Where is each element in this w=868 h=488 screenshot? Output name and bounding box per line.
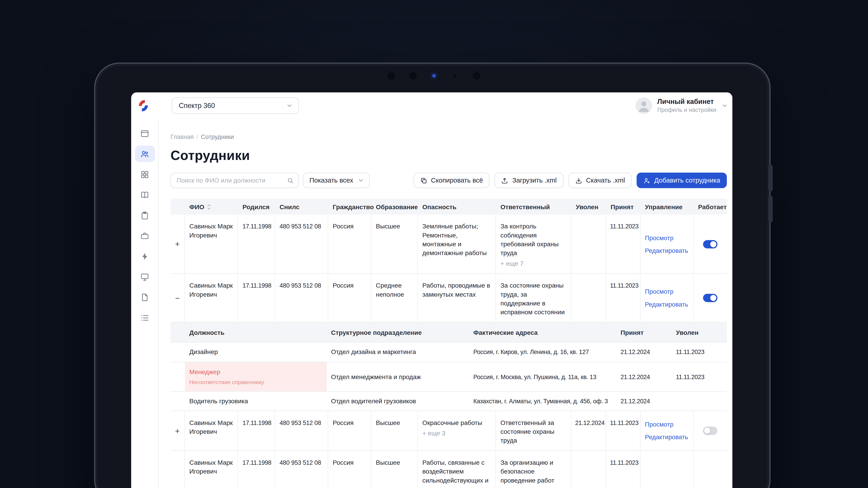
- search-input[interactable]: [177, 177, 287, 184]
- view-link[interactable]: Просмотр: [645, 420, 688, 429]
- column-header-fio[interactable]: ФИО: [185, 203, 238, 210]
- users-icon: [140, 149, 150, 159]
- danger-cell: Окрасочные работы + еще 3: [418, 411, 496, 451]
- edit-link[interactable]: Редактировать: [645, 300, 688, 308]
- sidebar-item-reports[interactable]: [135, 289, 155, 305]
- sidebar-item-training[interactable]: [135, 268, 155, 285]
- download-xml-button[interactable]: Скачать .xml: [568, 173, 631, 188]
- chevron-down-icon: [721, 102, 728, 109]
- sidebar-item-case[interactable]: [135, 228, 155, 244]
- spektr-logo-icon: [136, 98, 151, 113]
- add-employee-button[interactable]: Добавить сотрудника: [637, 173, 727, 188]
- avatar: [636, 97, 652, 114]
- danger-cell: Земляные работы; Ремонтные, монтажные и …: [418, 215, 496, 273]
- tablet-camera-icon: [473, 72, 480, 79]
- fio-cell: Савиных Марк Игоревич: [185, 411, 238, 451]
- sidebar-item-list[interactable]: [135, 309, 155, 326]
- tablet-frame: Спектр 360 Личный кабинет Профиль и наст…: [94, 63, 771, 488]
- citizenship-cell: Россия: [328, 215, 371, 273]
- sub-hired-cell: 21.12.2024: [620, 349, 650, 355]
- column-header-fired: Уволен: [571, 203, 606, 210]
- account-texts: Личный кабинет Профиль и настройки: [657, 98, 716, 113]
- subcolumn-header-department: Структурное подразделение: [327, 329, 469, 335]
- more-link[interactable]: + еще 7: [500, 259, 566, 268]
- manage-cell: Просмотр Редактировать: [640, 411, 693, 451]
- download-xml-label: Скачать .xml: [586, 176, 625, 184]
- column-header-manage: Управление: [640, 203, 693, 210]
- sidebar-item-modules[interactable]: [135, 166, 155, 183]
- toggle-knob: [710, 295, 716, 301]
- workspace-select[interactable]: Спектр 360: [172, 97, 299, 114]
- works-toggle[interactable]: [703, 427, 717, 435]
- sidebar-item-incidents[interactable]: [135, 248, 155, 264]
- employee-row: + Савиных Марк Игоревич 17.11.1998 480 9…: [170, 451, 727, 488]
- collapse-row-button[interactable]: −: [175, 294, 180, 302]
- directory-mismatch-warning: Несоответствие справочнику: [189, 378, 322, 386]
- toggle-knob: [704, 428, 710, 434]
- add-employee-label: Добавить сотрудника: [654, 176, 720, 184]
- account-menu[interactable]: Личный кабинет Профиль и настройки: [636, 97, 728, 114]
- fio-cell: Савиных Марк Игоревич: [185, 451, 238, 488]
- works-toggle[interactable]: [703, 240, 717, 248]
- more-link[interactable]: + еще 3: [423, 429, 491, 437]
- search-icon[interactable]: [287, 177, 294, 184]
- department-cell: Отдел водителей грузовиков: [327, 393, 469, 410]
- hired-cell: 11.11.2023: [610, 459, 639, 466]
- toolbar: Показать всех Скопировать всё Загрузить …: [170, 173, 727, 188]
- subcolumn-header-position: Должность: [170, 329, 327, 335]
- copy-all-button[interactable]: Скопировать всё: [413, 173, 490, 188]
- monitor-icon: [140, 272, 150, 282]
- responsible-cell: За состояние охраны труда, за поддержани…: [496, 274, 571, 322]
- copy-icon: [420, 177, 427, 184]
- expand-row-button[interactable]: +: [175, 240, 180, 248]
- subcolumn-header-hired: Принят: [616, 329, 672, 335]
- sidebar-item-documents[interactable]: [135, 207, 155, 223]
- position-row: Водитель грузовика Отдел водителей грузо…: [170, 392, 727, 411]
- citizenship-cell: Россия: [328, 451, 371, 488]
- view-link[interactable]: Просмотр: [645, 233, 688, 242]
- book-icon: [140, 190, 150, 199]
- snils-cell: 480 953 512 08: [280, 459, 321, 466]
- app-window: Спектр 360 Личный кабинет Профиль и наст…: [131, 92, 733, 488]
- main-content: Главная/Сотрудники Сотрудники Показать в…: [159, 119, 733, 488]
- show-all-select[interactable]: Показать всех: [303, 173, 370, 188]
- view-link[interactable]: Просмотр: [645, 287, 688, 296]
- edit-link[interactable]: Редактировать: [645, 433, 688, 442]
- snils-cell: 480 953 512 08: [280, 223, 321, 230]
- column-header-education: Образование: [371, 203, 418, 210]
- education-cell: Высшее: [371, 411, 418, 451]
- sub-hired-cell: 21.12.2024: [620, 398, 650, 404]
- fired-cell: 21.12.2024: [575, 419, 604, 426]
- column-header-born: Родился: [238, 203, 275, 210]
- search-field: [170, 173, 299, 188]
- column-header-hired: Принят: [606, 203, 641, 210]
- expand-row-button[interactable]: +: [175, 427, 180, 434]
- column-header-snils: Снилс: [275, 203, 328, 210]
- briefcase-icon: [140, 231, 150, 240]
- view-link[interactable]: Просмотр: [645, 486, 688, 488]
- breadcrumb-home[interactable]: Главная: [170, 133, 194, 140]
- chevron-down-icon: [358, 177, 364, 184]
- address-cell: Россия, г. Москва, ул. Пушкина, д. 11а, …: [469, 368, 616, 385]
- copy-all-label: Скопировать всё: [431, 176, 483, 184]
- window-icon: [140, 129, 150, 138]
- address-cell: Россия, г. Киров, ул. Ленина, д. 16, кв.…: [469, 344, 616, 361]
- works-toggle[interactable]: [703, 294, 717, 302]
- address-cell: Казахстан, г. Алматы, ул. Туманная, д. 4…: [469, 393, 616, 410]
- grid-icon: [140, 170, 150, 179]
- breadcrumb-current: Сотрудники: [201, 133, 234, 140]
- sidebar-item-journal[interactable]: [135, 186, 155, 203]
- danger-cell: Работы, связанные с воздействием сильнод…: [418, 451, 496, 488]
- responsible-cell: За организацию и безопасное проведение р…: [496, 451, 571, 488]
- tablet-camera-icon: [409, 72, 417, 79]
- hired-cell: 11.11.2023: [610, 419, 639, 426]
- danger-cell: Работы, проводимые в замкнутых местах: [418, 274, 496, 322]
- born-cell: 17.11.1998: [243, 282, 272, 289]
- sort-icon[interactable]: [207, 203, 212, 210]
- edit-link[interactable]: Редактировать: [645, 246, 688, 255]
- born-cell: 17.11.1998: [243, 223, 272, 230]
- sidebar-item-employees[interactable]: [135, 145, 155, 162]
- column-header-responsible: Ответственный: [496, 203, 571, 210]
- upload-xml-button[interactable]: Загрузить .xml: [495, 173, 563, 188]
- sidebar-item-window[interactable]: [135, 125, 155, 141]
